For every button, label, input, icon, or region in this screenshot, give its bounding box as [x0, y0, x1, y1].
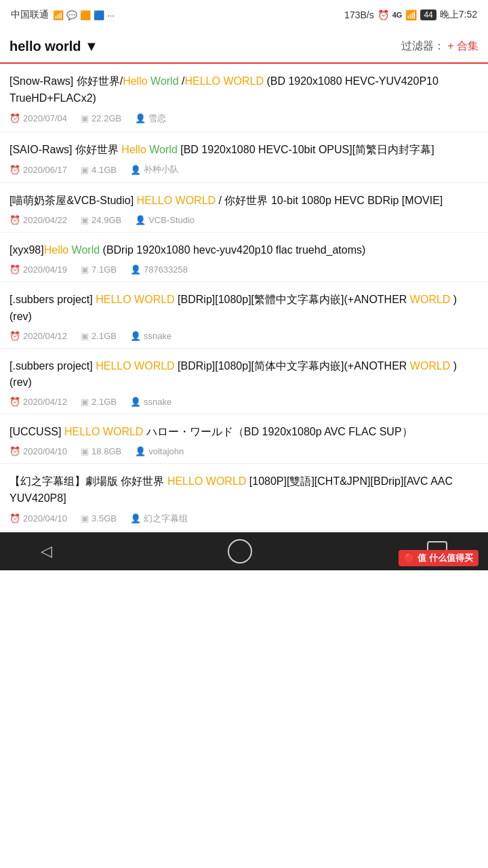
folder-icon: ▣	[81, 331, 89, 341]
item-meta: ⏰ 2020/07/04▣ 22.2GB👤 雪恋	[9, 113, 479, 125]
item-size: ▣ 4.1GB	[81, 165, 117, 175]
app-icon2: 🟦	[94, 10, 104, 20]
item-uploader: 👤 787633258	[130, 264, 188, 275]
folder-icon: ▣	[81, 264, 89, 275]
status-bar: 中国联通 📶 💬 🟧 🟦 ··· 173B/s ⏰ 4G 📶 44 晚上7:52	[0, 0, 488, 30]
clock-icon: ⏰	[9, 446, 20, 456]
item-date: ⏰ 2020/04/12	[9, 331, 67, 341]
clock-icon: ⏰	[9, 215, 20, 225]
item-size: ▣ 3.5GB	[81, 513, 117, 524]
item-meta: ⏰ 2020/04/10▣ 3.5GB👤 幻之字幕组	[9, 513, 479, 525]
item-uploader: 👤 voltajohn	[135, 446, 184, 456]
toolbar: hello world ▼ 过滤器： + 合集	[0, 30, 488, 64]
user-icon: 👤	[130, 513, 141, 524]
item-meta: ⏰ 2020/04/22▣ 24.9GB👤 VCB-Studio	[9, 215, 479, 225]
item-meta: ⏰ 2020/06/17▣ 4.1GB👤 补种小队	[9, 163, 479, 176]
app-icon1: 🟧	[80, 10, 91, 20]
network-icon: 4G	[392, 11, 403, 19]
user-icon: 👤	[130, 331, 141, 341]
item-uploader: 👤 补种小队	[130, 163, 179, 176]
list-item[interactable]: [.subbers project] HELLO WORLD [BDRip][1…	[0, 282, 488, 349]
item-date: ⏰ 2020/04/10	[9, 446, 67, 456]
list-item[interactable]: [SAIO-Raws] 你好世界 Hello World [BD 1920x10…	[0, 132, 488, 184]
speed-text: 173B/s	[344, 9, 374, 20]
item-title: [喵萌奶茶屋&VCB-Studio] HELLO WORLD / 你好世界 10…	[9, 193, 479, 210]
clock-icon: ⏰	[9, 113, 20, 123]
item-uploader: 👤 ssnake	[130, 331, 171, 341]
item-meta: ⏰ 2020/04/12▣ 2.1GB👤 ssnake	[9, 397, 479, 407]
folder-icon: ▣	[81, 165, 89, 175]
item-uploader: 👤 幻之字幕组	[130, 513, 188, 525]
more-icon: ···	[107, 10, 115, 20]
bottom-navigation: ◁ 🔴 值 什么值得买	[0, 532, 488, 570]
folder-icon: ▣	[81, 113, 89, 123]
back-button[interactable]: ◁	[41, 542, 52, 560]
item-size: ▣ 2.1GB	[81, 397, 117, 407]
time-text: 晚上7:52	[440, 9, 477, 21]
clock-icon: ⏰	[9, 165, 20, 175]
item-title: [.subbers project] HELLO WORLD [BDRip][1…	[9, 292, 479, 326]
list-item[interactable]: [UCCUSS] HELLO WORLD ハロー・ワールド（BD 1920x10…	[0, 414, 488, 464]
item-size: ▣ 2.1GB	[81, 331, 117, 341]
list-item[interactable]: [喵萌奶茶屋&VCB-Studio] HELLO WORLD / 你好世界 10…	[0, 183, 488, 233]
item-uploader: 👤 雪恋	[135, 113, 166, 125]
item-date: ⏰ 2020/07/04	[9, 113, 67, 123]
filter-label: 过滤器：	[401, 40, 445, 52]
list-item[interactable]: [.subbers project] HELLO WORLD [BDRip][1…	[0, 349, 488, 415]
brand-badge[interactable]: 🔴 值 什么值得买	[399, 550, 479, 566]
item-size: ▣ 18.8GB	[81, 446, 121, 456]
alarm-icon: ⏰	[378, 9, 389, 20]
home-button[interactable]	[228, 539, 252, 564]
item-uploader: 👤 ssnake	[130, 397, 171, 407]
list-item[interactable]: 【幻之字幕组】劇場版 你好世界 HELLO WORLD [1080P][雙語][…	[0, 464, 488, 532]
status-icons: 📶 💬 🟧 🟦 ···	[53, 10, 115, 20]
list-item[interactable]: [Snow-Raws] 你好世界/Hello World /HELLO WORL…	[0, 64, 488, 132]
signal-icon: 📶	[53, 10, 64, 20]
status-right: 173B/s ⏰ 4G 📶 44 晚上7:52	[344, 9, 477, 21]
clock-icon: ⏰	[9, 513, 20, 524]
list-item[interactable]: [xyx98]Hello World (BDrip 1920x1080 hevc…	[0, 233, 488, 282]
toolbar-title[interactable]: hello world ▼	[9, 39, 98, 54]
carrier-text: 中国联通	[11, 9, 49, 21]
folder-icon: ▣	[81, 397, 89, 407]
user-icon: 👤	[135, 215, 146, 225]
item-size: ▣ 7.1GB	[81, 264, 117, 275]
toolbar-filter: 过滤器： + 合集	[401, 39, 479, 54]
item-meta: ⏰ 2020/04/12▣ 2.1GB👤 ssnake	[9, 331, 479, 341]
item-size: ▣ 24.9GB	[81, 215, 121, 225]
item-title: [.subbers project] HELLO WORLD [BDRip][1…	[9, 358, 479, 392]
user-icon: 👤	[130, 264, 141, 275]
item-date: ⏰ 2020/06/17	[9, 165, 67, 175]
user-icon: 👤	[135, 446, 146, 456]
filter-action-button[interactable]: + 合集	[447, 40, 479, 52]
torrent-list: [Snow-Raws] 你好世界/Hello World /HELLO WORL…	[0, 64, 488, 532]
user-icon: 👤	[130, 397, 141, 407]
brand-text: 值 什么值得买	[418, 552, 473, 564]
item-title: 【幻之字幕组】劇場版 你好世界 HELLO WORLD [1080P][雙語][…	[9, 473, 479, 507]
folder-icon: ▣	[81, 513, 89, 524]
status-left: 中国联通 📶 💬 🟧 🟦 ···	[11, 9, 115, 21]
clock-icon: ⏰	[9, 397, 20, 407]
item-title: [xyx98]Hello World (BDrip 1920x1080 hevc…	[9, 242, 479, 259]
item-date: ⏰ 2020/04/22	[9, 215, 67, 225]
item-date: ⏰ 2020/04/19	[9, 264, 67, 275]
item-title: [Snow-Raws] 你好世界/Hello World /HELLO WORL…	[9, 73, 479, 107]
folder-icon: ▣	[81, 446, 89, 456]
battery-text: 44	[420, 9, 436, 20]
clock-icon: ⏰	[9, 331, 20, 341]
msg-icon: 💬	[66, 10, 77, 20]
item-uploader: 👤 VCB-Studio	[135, 215, 195, 225]
user-icon: 👤	[130, 165, 141, 175]
signal-strength-icon: 📶	[405, 9, 417, 20]
item-size: ▣ 22.2GB	[81, 113, 121, 123]
item-title: [SAIO-Raws] 你好世界 Hello World [BD 1920x10…	[9, 142, 479, 159]
brand-icon: 🔴	[404, 553, 415, 563]
item-date: ⏰ 2020/04/10	[9, 513, 67, 524]
clock-icon: ⏰	[9, 264, 20, 275]
item-meta: ⏰ 2020/04/19▣ 7.1GB👤 787633258	[9, 264, 479, 275]
item-date: ⏰ 2020/04/12	[9, 397, 67, 407]
item-meta: ⏰ 2020/04/10▣ 18.8GB👤 voltajohn	[9, 446, 479, 456]
user-icon: 👤	[135, 113, 146, 123]
folder-icon: ▣	[81, 215, 89, 225]
item-title: [UCCUSS] HELLO WORLD ハロー・ワールド（BD 1920x10…	[9, 424, 479, 441]
